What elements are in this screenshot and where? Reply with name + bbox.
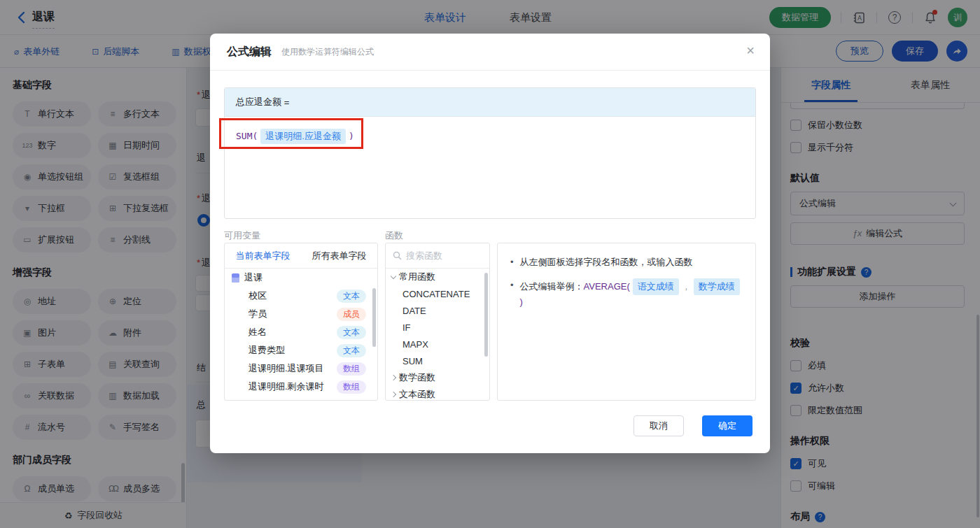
modal-subtitle: 使用数学运算符编辑公式 [281, 46, 374, 58]
variable-row[interactable]: 退费类型文本 [225, 341, 377, 359]
function-search-input[interactable] [406, 250, 476, 261]
example-chip: 语文成绩 [633, 278, 679, 295]
tab-all-form-fields[interactable]: 所有表单字段 [301, 243, 377, 268]
function-group-math[interactable]: 数学函数 [386, 369, 489, 386]
help-panel: •从左侧面板选择字段名和函数，或输入函数 • 公式编辑举例：AVERAGE(语文… [497, 243, 756, 401]
help-line-2: 公式编辑举例：AVERAGE(语文成绩，数学成绩) [520, 278, 743, 309]
function-item[interactable]: MAPX [386, 336, 489, 352]
function-item[interactable]: IF [386, 319, 489, 336]
bullet: • [510, 278, 514, 309]
variable-root[interactable]: 退课 [225, 269, 377, 287]
bullet: • [510, 255, 514, 269]
function-search[interactable] [386, 243, 489, 269]
help-line-1: 从左侧面板选择字段名和函数，或输入函数 [520, 255, 693, 269]
type-badge: 成员 [337, 308, 366, 321]
type-badge: 数组 [337, 362, 366, 376]
function-group-common[interactable]: 常用函数 [386, 269, 489, 285]
chevron-right-icon [391, 392, 396, 397]
search-icon [393, 251, 402, 260]
variable-name: 退课明细.退课项目 [248, 362, 324, 375]
variable-row[interactable]: 校区文本 [225, 287, 377, 305]
variable-name: 退费类型 [248, 344, 285, 357]
form-doc-icon [232, 273, 239, 283]
variable-name: 退课明细.剩余课时 [248, 380, 324, 393]
chevron-right-icon [391, 375, 396, 380]
variable-name: 学员 [248, 308, 267, 320]
formula-target-bar: 总应退金额 = [225, 88, 755, 117]
annotation-red-box [219, 118, 363, 149]
type-badge: 文本 [337, 326, 366, 339]
type-badge: 数组 [337, 380, 366, 394]
chevron-down-icon [391, 273, 396, 278]
variable-name: 校区 [248, 290, 267, 302]
variables-label: 可用变量 [224, 229, 260, 242]
function-item[interactable]: DATE [386, 302, 489, 319]
function-group-text[interactable]: 文本函数 [386, 386, 489, 401]
tab-current-form-fields[interactable]: 当前表单字段 [225, 243, 301, 268]
formula-editor[interactable]: 总应退金额 = SUM(退课明细.应退金额) [224, 87, 756, 219]
variable-row[interactable]: 姓名文本 [225, 323, 377, 341]
variable-row[interactable]: 学员成员 [225, 305, 377, 323]
confirm-button[interactable]: 确定 [702, 415, 752, 436]
variables-panel: 当前表单字段 所有表单字段 退课 校区文本 学员成员 姓名文本 退费类型文本 退… [224, 243, 378, 401]
functions-label: 函数 [385, 229, 403, 242]
type-badge: 文本 [337, 344, 366, 357]
functions-scrollbar[interactable] [484, 273, 488, 357]
variable-row[interactable]: 退课明细.退课项目数组 [225, 359, 377, 378]
close-icon[interactable]: × [746, 43, 755, 57]
modal-title: 公式编辑 [227, 45, 272, 59]
function-item[interactable]: CONCATENATE [386, 285, 489, 302]
type-badge: 文本 [337, 290, 366, 303]
variables-scrollbar[interactable] [372, 288, 376, 347]
example-chip: 数学成绩 [694, 278, 740, 295]
functions-panel: 常用函数 CONCATENATE DATE IF MAPX SUM 数学函数 文… [385, 243, 490, 401]
function-item[interactable]: SUM [386, 352, 489, 369]
variable-name: 姓名 [248, 326, 267, 338]
cancel-button[interactable]: 取消 [634, 415, 684, 436]
variable-row[interactable]: 退课明细.剩余课时数组 [225, 378, 377, 396]
formula-editor-modal: 公式编辑 使用数学运算符编辑公式 × 总应退金额 = SUM(退课明细.应退金额… [210, 34, 770, 453]
